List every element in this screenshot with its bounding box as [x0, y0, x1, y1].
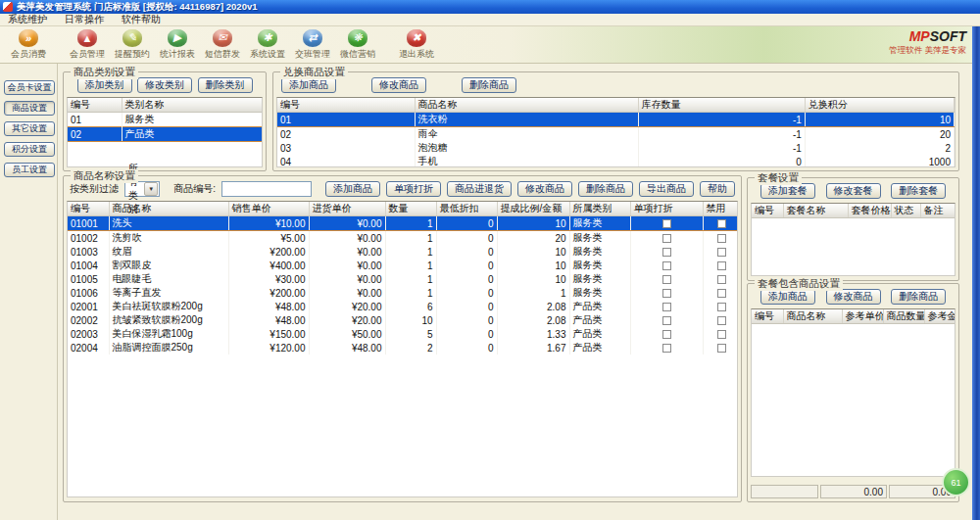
table-row[interactable]: 01005电眼睫毛¥30.00¥0.001010服务类 [68, 272, 738, 286]
menu-item-daily-operation[interactable]: 日常操作 [65, 13, 104, 26]
column-header[interactable]: 商品名称 [415, 98, 638, 113]
product-code-input[interactable] [221, 181, 312, 197]
item-discount-button[interactable]: 单项打折 [386, 181, 441, 197]
toolbar-button-sms-broadcast[interactable]: ✉ 短信群发 [200, 28, 245, 62]
column-header[interactable]: 编号 [752, 309, 783, 324]
delete-combo-item-button[interactable]: 删除商品 [891, 289, 946, 305]
toolbar-button-wechat-marketing[interactable]: ❋ 微信营销 [335, 28, 380, 62]
toolbar-button-exit-system[interactable]: ✖ 退出系统 [394, 28, 439, 62]
column-header[interactable]: 编号 [277, 98, 415, 113]
table-row[interactable]: 03泡泡糖-12 [277, 141, 955, 155]
table-row[interactable]: 02003美白保湿乳霜100g¥150.00¥50.00501.33产品类 [68, 327, 738, 341]
stock-in-out-button[interactable]: 商品进退货 [447, 181, 512, 197]
column-header[interactable]: 进货单价 [309, 202, 385, 216]
column-header[interactable]: 参考金额 [924, 309, 956, 324]
column-header[interactable]: 套餐名称 [783, 204, 848, 218]
toolbar-button-system-settings[interactable]: ✱ 系统设置 [245, 28, 290, 62]
column-header[interactable]: 提成比例/金额 [497, 202, 569, 216]
row-checkbox[interactable] [717, 330, 726, 339]
table-row[interactable]: 01006等离子直发¥200.00¥0.00101服务类 [68, 286, 738, 300]
sidebar-button-other-settings[interactable]: 其它设置 [4, 121, 55, 136]
column-header[interactable]: 单项打折 [630, 202, 703, 216]
delete-category-button[interactable]: 删除类别 [198, 77, 253, 93]
delete-combo-button[interactable]: 删除套餐 [891, 183, 946, 199]
column-header[interactable]: 兑换积分 [805, 98, 954, 113]
sidebar-button-product-settings[interactable]: 商品设置 [4, 101, 55, 116]
row-checkbox[interactable] [717, 303, 726, 311]
add-combo-button[interactable]: 添加套餐 [760, 183, 815, 199]
row-checkbox[interactable] [662, 248, 671, 257]
column-header[interactable]: 编号 [752, 204, 783, 218]
menu-item-software-help[interactable]: 软件帮助 [122, 13, 161, 26]
floating-assistant-badge[interactable]: 61 [942, 468, 970, 496]
menu-item-system-maintenance[interactable]: 系统维护 [8, 13, 47, 26]
row-checkbox[interactable] [717, 275, 726, 284]
table-row[interactable]: 04手机01000 [277, 155, 955, 167]
edit-category-button[interactable]: 修改类别 [137, 77, 192, 93]
add-combo-item-button[interactable]: 添加商品 [760, 289, 815, 305]
add-product-button[interactable]: 添加商品 [325, 181, 380, 197]
row-checkbox[interactable] [662, 316, 671, 325]
column-header[interactable]: 套餐价格 [848, 204, 891, 218]
row-checkbox[interactable] [662, 330, 671, 339]
column-header[interactable]: 销售单价 [228, 202, 309, 216]
edit-product-button[interactable]: 修改商品 [517, 181, 572, 197]
table-row[interactable]: 02001美白祛斑软膜粉200g¥48.00¥20.00602.08产品类 [68, 300, 738, 313]
toolbar-button-reminder-appointment[interactable]: ✎ 提醒预约 [110, 28, 155, 62]
column-header[interactable]: 编号 [68, 98, 122, 113]
column-header[interactable]: 备注 [920, 204, 956, 218]
row-checkbox[interactable] [717, 289, 726, 298]
edit-exchange-goods-button[interactable]: 修改商品 [371, 77, 426, 93]
column-header[interactable]: 编号 [68, 202, 109, 216]
export-product-button[interactable]: 导出商品 [639, 181, 694, 197]
row-checkbox[interactable] [662, 275, 671, 284]
add-exchange-goods-button[interactable]: 添加商品 [281, 77, 336, 93]
toolbar-button-shift-management[interactable]: ⇄ 交班管理 [290, 28, 335, 62]
table-row[interactable]: 02004油脂调控面膜250g¥120.00¥48.00201.67产品类 [68, 341, 738, 355]
table-row[interactable]: 01003纹眉¥200.00¥0.001010服务类 [68, 245, 738, 259]
sidebar-button-staff-settings[interactable]: 员工设置 [4, 163, 55, 177]
category-filter-select[interactable]: 所有类别 ▼ [124, 181, 160, 197]
table-row[interactable]: 02雨伞-120 [277, 127, 955, 142]
add-category-button[interactable]: 添加类别 [77, 77, 132, 93]
toolbar-button-statistics-report[interactable]: ▶ 统计报表 [155, 28, 200, 62]
table-row[interactable]: 01002洗剪吹¥5.00¥0.001020服务类 [68, 231, 738, 246]
row-checkbox[interactable] [717, 261, 726, 270]
row-checkbox[interactable] [717, 248, 726, 257]
column-header[interactable]: 商品名称 [783, 309, 842, 324]
row-checkbox[interactable] [662, 261, 671, 270]
column-header[interactable]: 商品名称 [109, 202, 228, 216]
column-header[interactable]: 所属类别 [569, 202, 630, 216]
toolbar-button-member-manage[interactable]: ▲ 会员管理 [65, 28, 110, 62]
row-checkbox[interactable] [662, 344, 671, 353]
row-checkbox[interactable] [662, 303, 671, 311]
table-row[interactable]: 01004割双眼皮¥400.00¥0.001010服务类 [68, 259, 738, 272]
row-checkbox[interactable] [662, 219, 671, 228]
edit-combo-button[interactable]: 修改套餐 [826, 183, 881, 199]
column-header[interactable]: 数量 [385, 202, 436, 216]
column-header[interactable]: 库存数量 [638, 98, 805, 113]
help-button[interactable]: 帮助 [700, 181, 735, 197]
row-checkbox[interactable] [662, 289, 671, 298]
table-row[interactable]: 01服务类 [68, 113, 263, 127]
column-header[interactable]: 状态 [891, 204, 920, 218]
sidebar-button-member-card-settings[interactable]: 会员卡设置 [4, 80, 55, 95]
row-checkbox[interactable] [717, 316, 726, 325]
table-row[interactable]: 01001洗头¥10.00¥0.001010服务类 [68, 216, 738, 231]
toolbar-button-member-consume[interactable]: » 会员消费 [6, 28, 51, 62]
edit-combo-item-button[interactable]: 修改商品 [826, 289, 881, 305]
column-header[interactable]: 参考单价 [842, 309, 883, 324]
table-row[interactable]: 02产品类 [68, 127, 263, 142]
delete-exchange-goods-button[interactable]: 删除商品 [462, 77, 516, 93]
sidebar-button-points-settings[interactable]: 积分设置 [4, 142, 55, 157]
row-checkbox[interactable] [717, 344, 726, 353]
delete-product-button[interactable]: 删除商品 [578, 181, 633, 197]
column-header[interactable]: 最低折扣 [436, 202, 497, 216]
row-checkbox[interactable] [717, 219, 726, 228]
column-header[interactable]: 禁用 [703, 202, 738, 216]
table-row[interactable]: 01洗衣粉-110 [277, 113, 955, 127]
table-row[interactable]: 02002抗皱紧致软膜粉200g¥48.00¥20.001002.08产品类 [68, 313, 738, 327]
column-header[interactable]: 类别名称 [122, 98, 263, 113]
row-checkbox[interactable] [662, 234, 671, 243]
row-checkbox[interactable] [717, 234, 726, 243]
